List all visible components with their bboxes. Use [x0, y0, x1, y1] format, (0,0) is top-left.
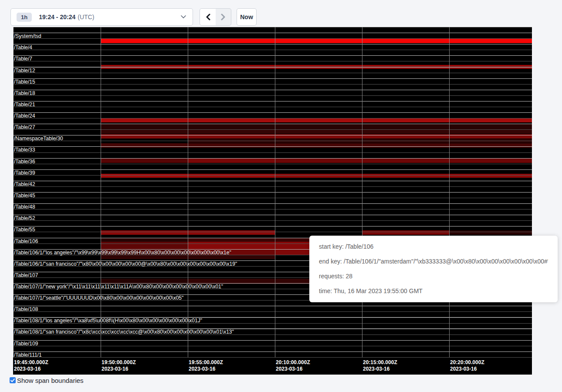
- sub-gridline: [13, 152, 532, 153]
- column-gridline: [362, 27, 362, 357]
- prev-time-button[interactable]: [200, 8, 216, 26]
- span-boundary-line: [13, 146, 532, 147]
- sub-gridline: [13, 141, 532, 141]
- tooltip-requests: requests: 28: [319, 273, 548, 280]
- chevron-down-icon: [181, 15, 186, 19]
- span-boundary-line: [13, 135, 532, 135]
- tooltip-start-key: start key: /Table/106: [319, 243, 548, 250]
- span-boundary-line: [13, 90, 532, 90]
- now-button[interactable]: Now: [237, 8, 257, 26]
- span-boundary-line: [13, 55, 532, 56]
- span-label: /Table/33: [14, 147, 35, 153]
- sub-gridline: [13, 73, 532, 73]
- sub-gridline: [13, 357, 532, 358]
- span-boundary-line: [13, 67, 532, 68]
- heat-band: [188, 159, 275, 163]
- heat-band: [275, 174, 532, 178]
- x-axis-tick-date: 2023-03-16: [102, 366, 136, 372]
- show-span-boundaries-checkbox[interactable]: [10, 377, 16, 383]
- span-boundary-line: [13, 192, 532, 193]
- span-label: /Table/7: [14, 56, 32, 62]
- x-axis-tick-date: 2023-03-16: [189, 366, 223, 372]
- span-label: /Table/45: [14, 193, 35, 199]
- span-label: /Table/24: [14, 113, 35, 119]
- time-range-text: 19:24 - 20:24: [39, 14, 75, 20]
- x-axis-tick-time: 19:50:00.000Z: [102, 359, 136, 366]
- x-axis-tick: 20:20:00.000Z2023-03-16: [450, 359, 484, 372]
- x-axis-tick-date: 2023-03-16: [276, 366, 310, 372]
- x-axis-tick: 19:45:00.000Z2023-03-16: [14, 359, 48, 372]
- tooltip-end-key: end key: /Table/106/1/"amsterdam"/"\xb33…: [319, 258, 548, 265]
- span-boundary-line: [13, 351, 532, 352]
- tooltip-time: time: Thu, 16 Mar 2023 19:55:00 GMT: [319, 287, 548, 295]
- x-axis-tick-time: 20:15:00.000Z: [363, 359, 397, 366]
- heat-band: [101, 143, 532, 148]
- span-boundary-line: [13, 78, 532, 79]
- span-boundary-line: [13, 169, 532, 170]
- span-label: /Table/15: [14, 79, 35, 85]
- span-label: /Table/55: [14, 227, 35, 233]
- time-range-badge: 1h: [17, 13, 32, 22]
- tooltip: start key: /Table/106 end key: /Table/10…: [309, 236, 558, 302]
- span-boundary-line: [13, 203, 532, 204]
- sub-gridline: [13, 198, 532, 198]
- heat-band: [362, 230, 449, 235]
- x-axis-tick-date: 2023-03-16: [14, 366, 48, 372]
- sub-gridline: [13, 38, 532, 39]
- x-axis-tick-time: 19:55:00.000Z: [189, 359, 223, 366]
- sub-gridline: [13, 209, 532, 210]
- span-label: /Table/48: [14, 204, 35, 210]
- span-label: /Table/106/1/"los angeles"/"\x99\x99\x99…: [14, 250, 231, 256]
- span-label: /Table/39: [14, 170, 35, 176]
- time-range-zone: (UTC): [78, 14, 94, 20]
- sub-gridline: [13, 107, 532, 107]
- sub-gridline: [13, 27, 532, 27]
- sub-gridline: [13, 220, 532, 221]
- heat-band: [101, 242, 188, 249]
- span-label: /Table/108/1/"los angeles"/"\xa8\xf5\u00…: [14, 318, 202, 324]
- x-axis-tick: 19:50:00.000Z2023-03-16: [102, 359, 136, 372]
- span-label: /NamespaceTable/30: [14, 136, 63, 142]
- chevron-left-icon: [206, 14, 210, 20]
- sub-gridline: [13, 61, 532, 61]
- span-boundary-line: [13, 112, 532, 113]
- span-boundary-line: [13, 44, 532, 44]
- span-label: /Table/12: [14, 68, 35, 74]
- sub-gridline: [13, 50, 532, 50]
- sub-gridline: [13, 164, 532, 164]
- span-label: /Table/108: [14, 307, 38, 312]
- heat-band: [449, 230, 532, 235]
- heat-band: [101, 124, 532, 129]
- column-gridline: [101, 27, 101, 357]
- span-label: /Table/27: [14, 125, 35, 130]
- span-boundary-line: [13, 340, 532, 341]
- span-boundary-line: [13, 215, 532, 215]
- key-visualizer-canvas[interactable]: /System/tsd/Table/4/Table/7/Table/12/Tab…: [13, 27, 532, 375]
- heat-band: [188, 174, 275, 178]
- span-label: /Table/106/1/"san francisco"/"\x80\x00\x…: [14, 261, 237, 267]
- span-label: /Table/106: [14, 239, 38, 244]
- time-range-dropdown[interactable]: 1h 19:24 - 20:24 (UTC): [10, 8, 193, 26]
- heat-band: [101, 129, 532, 134]
- span-boundary-line: [13, 158, 532, 159]
- span-label: /Table/107/1/"new york"/"\x11\x11\x11\x1…: [14, 284, 223, 290]
- span-label: /Table/52: [14, 216, 35, 221]
- heat-band: [101, 159, 188, 163]
- sub-gridline: [13, 346, 532, 346]
- span-boundary-line: [13, 226, 532, 226]
- span-label: /Table/4: [14, 45, 32, 51]
- heat-band: [101, 174, 188, 178]
- span-label: /Table/42: [14, 182, 35, 187]
- canvas-left-edge-line: [13, 27, 14, 357]
- heat-band: [101, 238, 188, 242]
- heat-band: [101, 118, 532, 122]
- span-label: /Table/36: [14, 159, 35, 165]
- next-time-button[interactable]: [216, 8, 231, 26]
- column-gridline: [188, 27, 188, 357]
- x-axis-tick-time: 20:20:00.000Z: [450, 359, 484, 366]
- heat-band: [101, 38, 532, 43]
- span-boundary-line: [13, 101, 532, 101]
- span-label: /System/tsd: [14, 34, 41, 39]
- sub-gridline: [13, 118, 532, 118]
- span-boundary-line: [13, 181, 532, 181]
